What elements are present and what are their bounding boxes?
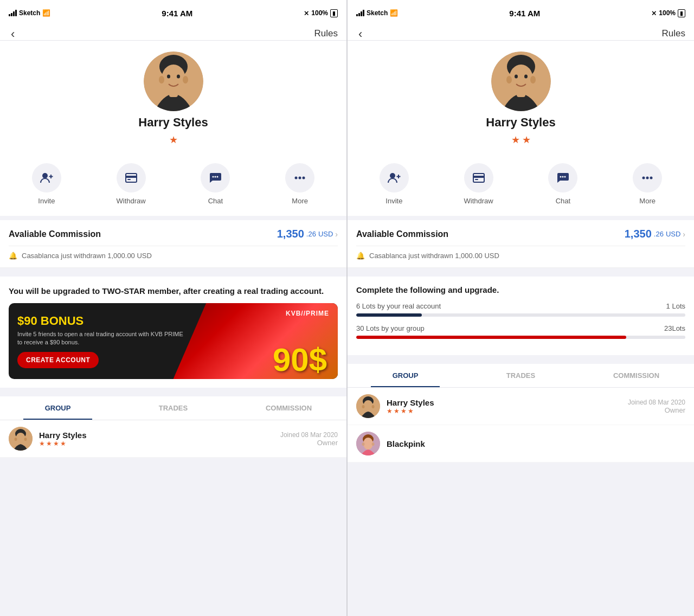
gs2: ★ <box>46 440 52 447</box>
withdraw-label-left: Withdraw <box>117 197 146 205</box>
svg-point-29 <box>530 76 536 84</box>
upgrade-text-left: You will be upgraded to TWO-STAR member,… <box>9 285 338 297</box>
svg-rect-7 <box>169 89 178 97</box>
invite-btn-left[interactable]: Invite <box>32 163 61 205</box>
more-btn-right[interactable]: More <box>633 163 662 205</box>
svg-rect-13 <box>127 179 131 180</box>
svg-point-28 <box>506 76 512 84</box>
svg-point-33 <box>390 173 395 178</box>
svg-point-8 <box>42 173 48 178</box>
withdraw-btn-right[interactable]: Withdraw <box>464 163 493 205</box>
profile-name-left: Harry Styles <box>138 116 208 130</box>
svg-point-52 <box>363 438 373 450</box>
upgrade-section-left: You will be upgraded to TWO-STAR member,… <box>0 272 346 388</box>
more-icon-circle-left <box>285 163 314 193</box>
status-left-right: Sketch 📶 <box>356 9 398 17</box>
profile-section-left: Harry Styles ★ <box>0 41 346 155</box>
invite-icon-right <box>387 171 401 185</box>
tab-trades-right[interactable]: TRADES <box>463 364 579 387</box>
progress-label-text-1: 6 Lots by your real account <box>356 302 441 310</box>
back-button-left[interactable]: ‹ <box>9 28 17 40</box>
battery-icon-right: ▮ <box>678 9 685 17</box>
chat-btn-left[interactable]: Chat <box>201 163 230 205</box>
battery-label-right: 100% <box>659 9 676 17</box>
status-right: ⨯ 100% ▮ <box>304 9 338 17</box>
app-container: Sketch 📶 9:41 AM ⨯ 100% ▮ ‹ Rules <box>0 0 694 616</box>
withdraw-icon-circle-right <box>464 163 493 193</box>
group-avatar-harry-right <box>356 394 380 418</box>
status-bar-right: Sketch 📶 9:41 AM ⨯ 100% ▮ <box>348 0 694 24</box>
tab-commission-right[interactable]: COMMISSION <box>579 364 694 387</box>
invite-btn-right[interactable]: Invite <box>380 163 409 205</box>
tab-trades-left[interactable]: TRADES <box>115 396 231 420</box>
stars-left: ★ <box>169 134 178 146</box>
chat-icon-left <box>208 171 222 185</box>
group-avatar-svg-right <box>356 394 380 418</box>
commission-decimal-right: .26 <box>654 230 664 238</box>
tab-group-left[interactable]: GROUP <box>0 396 115 420</box>
chevron-right-right: › <box>683 230 685 239</box>
bonus-banner-left: KVB//PRIME $90 BONUS Invite 5 friends to… <box>9 303 338 379</box>
more-btn-left[interactable]: More <box>285 163 314 205</box>
gsr2: ★ <box>394 407 400 415</box>
star-2-right: ★ <box>522 134 531 146</box>
group-item-harry-right: Harry Styles ★ ★ ★ ★ Joined 08 Mar 2020 … <box>348 388 694 425</box>
svg-point-53 <box>362 442 365 446</box>
battery-label: 100% <box>311 9 328 17</box>
tab-commission-left[interactable]: COMMISSION <box>231 396 346 420</box>
svg-point-27 <box>509 65 533 93</box>
svg-point-43 <box>646 177 649 179</box>
bonus-number-left: 90$ <box>273 344 327 376</box>
tabs-section-right: GROUP TRADES COMMISSION <box>348 360 694 463</box>
svg-point-14 <box>213 176 214 178</box>
star-1-left: ★ <box>169 134 178 146</box>
speaker-icon-left: 🔔 <box>9 252 17 260</box>
notification-text-right: Casablanca just withdrawn 1,000.00 USD <box>369 252 499 260</box>
chat-btn-right[interactable]: Chat <box>548 163 577 205</box>
gsr4: ★ <box>408 407 414 415</box>
commission-amount-right[interactable]: 1,350 .26 USD › <box>625 228 685 240</box>
status-left: Sketch 📶 <box>9 9 50 17</box>
more-label-left: More <box>292 197 308 205</box>
chat-icon-circle-left <box>201 163 230 193</box>
nav-header-left: ‹ Rules <box>0 24 346 41</box>
signal-icon <box>9 10 17 16</box>
role-harry-left: Owner <box>280 439 338 447</box>
chevron-right-left: › <box>335 230 338 239</box>
svg-point-48 <box>362 405 365 408</box>
create-account-button-left[interactable]: CREATE ACCOUNT <box>17 352 99 368</box>
svg-point-2 <box>162 65 185 93</box>
svg-point-40 <box>562 176 564 178</box>
gsr3: ★ <box>401 407 407 415</box>
carrier-label: Sketch <box>19 9 40 17</box>
back-button-right[interactable]: ‹ <box>356 28 364 40</box>
group-stars-harry-right: ★ ★ ★ ★ <box>387 407 621 415</box>
svg-point-6 <box>177 75 180 79</box>
invite-icon-circle-right <box>380 163 409 193</box>
commission-amount-left[interactable]: 1,350 .26 USD › <box>277 228 338 240</box>
bonus-title-left: $90 BONUS <box>17 314 329 328</box>
svg-rect-32 <box>517 89 525 97</box>
wifi-icon-right: 📶 <box>390 9 398 17</box>
group-avatar-svg-harry-left <box>9 427 33 451</box>
rules-link-left[interactable]: Rules <box>314 28 338 39</box>
more-icon-left <box>293 171 307 185</box>
action-buttons-right: Invite Withdraw <box>348 155 694 220</box>
status-bar-left: Sketch 📶 9:41 AM ⨯ 100% ▮ <box>0 0 346 24</box>
svg-point-54 <box>372 442 375 446</box>
chat-label-left: Chat <box>208 197 223 205</box>
group-avatar-harry-left <box>9 427 33 451</box>
bluetooth-icon: ⨯ <box>304 9 309 17</box>
tabs-section-left: GROUP TRADES COMMISSION <box>0 392 346 458</box>
withdraw-btn-left[interactable]: Withdraw <box>117 163 146 205</box>
time-label-right: 9:41 AM <box>509 9 540 18</box>
invite-label-left: Invite <box>38 197 55 205</box>
tab-group-right[interactable]: GROUP <box>348 364 463 387</box>
progress-bar-fill-2 <box>356 336 626 339</box>
progress-bar-fill-1 <box>356 313 422 317</box>
gsr1: ★ <box>387 407 393 415</box>
progress-bar-bg-1 <box>356 313 685 317</box>
progress-item-1-right: 6 Lots by your real account 1 Lots <box>356 302 685 317</box>
group-stars-harry-left: ★ ★ ★ ★ <box>39 440 274 447</box>
rules-link-right[interactable]: Rules <box>662 28 685 39</box>
